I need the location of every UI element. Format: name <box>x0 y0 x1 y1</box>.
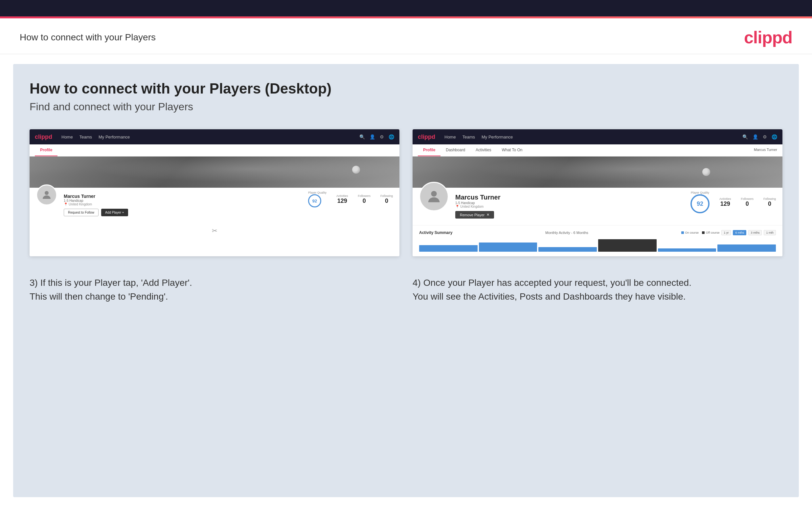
right-user-label: Marcus Turner <box>754 145 777 156</box>
right-tab-activities[interactable]: Activities <box>470 145 496 156</box>
left-followers-stat: Followers 0 <box>358 194 370 205</box>
left-player-info: Marcus Turner 1-5 Handicap 📍 United King… <box>64 191 302 216</box>
right-screenshot: clippd Home Teams My Performance 🔍 👤 ⚙ 🌐… <box>413 129 782 256</box>
svg-point-1 <box>431 191 437 196</box>
user-icon[interactable]: 👤 <box>369 134 375 139</box>
left-stats: Player Quality 92 Activities 129 Followe… <box>308 191 393 208</box>
right-nav-home[interactable]: Home <box>445 134 456 139</box>
right-stats: Player Quality 92 Activities 129 Followe… <box>691 191 776 213</box>
period-1mth-button[interactable]: 1 mth <box>764 230 776 235</box>
header: How to connect with your Players clippd <box>0 18 812 54</box>
period-6mths-button[interactable]: 6 mths <box>733 230 746 235</box>
description-right: 4) Once your Player has accepted your re… <box>413 273 782 307</box>
legend-off-course: Off course <box>702 231 719 234</box>
golf-ball-right <box>702 168 710 176</box>
clippd-logo: clippd <box>744 27 792 47</box>
bar-3 <box>539 247 597 252</box>
right-quality-circle: 92 <box>691 194 710 213</box>
descriptions-row: 3) If this is your Player tap, 'Add Play… <box>30 273 782 307</box>
left-nav-icons: 🔍 👤 ⚙ 🌐 <box>359 134 394 139</box>
left-nav-home[interactable]: Home <box>61 134 73 139</box>
right-hero-image <box>413 157 782 188</box>
scissors-separator: ✂ <box>30 223 399 238</box>
description-left-text: 3) If this is your Player tap, 'Add Play… <box>30 276 399 303</box>
location-pin-icon: 📍 <box>64 203 68 206</box>
bar-2 <box>479 242 538 252</box>
activity-title: Activity Summary <box>419 230 452 235</box>
activity-header: Activity Summary Monthly Activity - 6 Mo… <box>419 230 776 235</box>
search-icon-right[interactable]: 🔍 <box>742 134 748 139</box>
legend-on-course: On course <box>681 231 699 234</box>
right-buttons: Remove Player ✕ <box>455 211 684 219</box>
header-title: How to connect with your Players <box>20 32 156 43</box>
bar-5 <box>658 248 716 252</box>
right-player-handicap: 1-5 Handicap <box>455 201 684 205</box>
activity-controls: On course Off course 1 yr 6 mths 3 mths … <box>681 230 776 235</box>
left-profile: Marcus Turner 1-5 Handicap 📍 United King… <box>30 191 399 223</box>
left-nav-logo: clippd <box>35 133 52 140</box>
left-nav-teams[interactable]: Teams <box>80 134 92 139</box>
right-nav: clippd Home Teams My Performance 🔍 👤 ⚙ 🌐 <box>413 129 782 145</box>
right-quality-stat: Player Quality 92 <box>691 191 710 213</box>
right-player-info: Marcus Turner 1-5 Handicap 📍 United King… <box>455 191 684 219</box>
settings-icon-right[interactable]: ⚙ <box>763 134 767 139</box>
chart-legend: On course Off course <box>681 231 720 234</box>
right-nav-teams[interactable]: Teams <box>462 134 475 139</box>
screenshots-row: clippd Home Teams My Performance 🔍 👤 ⚙ 🌐… <box>30 129 782 256</box>
left-nav-performance[interactable]: My Performance <box>99 134 130 139</box>
period-3mths-button[interactable]: 3 mths <box>748 230 762 235</box>
left-tab-profile[interactable]: Profile <box>35 145 57 156</box>
page-heading: How to connect with your Players (Deskto… <box>30 80 782 97</box>
left-activities-stat: Activities 129 <box>336 194 348 205</box>
right-tab-what-to-on[interactable]: What To On <box>496 145 527 156</box>
globe-icon[interactable]: 🌐 <box>389 134 394 139</box>
left-profile-row: Marcus Turner 1-5 Handicap 📍 United King… <box>36 191 393 216</box>
request-follow-button[interactable]: Request to Follow <box>64 209 99 216</box>
right-tab-dashboard[interactable]: Dashboard <box>441 145 470 156</box>
page-subheading: Find and connect with your Players <box>30 101 782 113</box>
right-nav-performance[interactable]: My Performance <box>481 134 513 139</box>
right-tab-profile[interactable]: Profile <box>418 145 441 156</box>
description-right-text: 4) Once your Player has accepted your re… <box>413 276 782 303</box>
quality-circle: 92 <box>308 194 321 208</box>
bar-1 <box>419 245 477 252</box>
search-icon[interactable]: 🔍 <box>359 134 365 139</box>
right-tabs: Profile Dashboard Activities What To On … <box>413 145 782 157</box>
right-nav-logo: clippd <box>418 133 435 140</box>
user-icon-right[interactable]: 👤 <box>753 134 758 139</box>
svg-point-0 <box>45 191 49 195</box>
left-player-handicap: 1-5 Handicap <box>64 199 302 203</box>
activity-summary: Activity Summary Monthly Activity - 6 Mo… <box>413 225 782 256</box>
right-profile: Marcus Turner 1-5 Handicap 📍 United King… <box>413 191 782 225</box>
right-activities-stat: Activities 129 <box>719 197 731 208</box>
add-player-button[interactable]: Add Player + <box>101 209 128 216</box>
right-player-name: Marcus Turner <box>455 193 684 201</box>
left-player-name: Marcus Turner <box>64 193 302 199</box>
right-avatar <box>419 182 449 211</box>
right-following-stat: Following 0 <box>763 197 776 208</box>
right-player-location: 📍 United Kingdom <box>455 205 684 208</box>
period-1yr-button[interactable]: 1 yr <box>721 230 731 235</box>
close-icon: ✕ <box>487 213 490 217</box>
left-following-stat: Following 0 <box>380 194 393 205</box>
settings-icon[interactable]: ⚙ <box>380 134 384 139</box>
left-avatar <box>36 184 57 206</box>
main-content: How to connect with your Players (Deskto… <box>13 64 799 497</box>
bar-4-dark <box>598 239 657 252</box>
top-bar <box>0 0 812 16</box>
on-course-dot <box>681 231 684 234</box>
right-hero-overlay <box>413 157 782 188</box>
golf-ball-1 <box>352 166 360 174</box>
left-screenshot: clippd Home Teams My Performance 🔍 👤 ⚙ 🌐… <box>30 129 399 256</box>
left-tabs: Profile <box>30 145 399 157</box>
right-avatar-icon <box>425 188 443 205</box>
activity-chart <box>419 238 776 252</box>
remove-player-button[interactable]: Remove Player ✕ <box>455 211 494 219</box>
globe-icon-right[interactable]: 🌐 <box>772 134 777 139</box>
bar-6 <box>717 244 776 252</box>
hero-overlay <box>30 157 399 188</box>
right-profile-row: Marcus Turner 1-5 Handicap 📍 United King… <box>419 191 776 219</box>
left-player-location: 📍 United Kingdom <box>64 203 302 206</box>
left-quality-stat: Player Quality 92 <box>308 191 326 208</box>
left-hero-image <box>30 157 399 188</box>
